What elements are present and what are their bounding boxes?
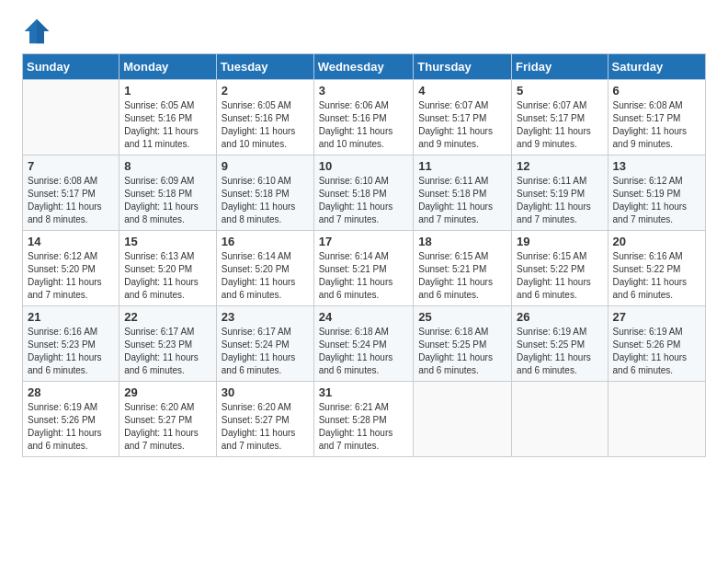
weekday-header-saturday: Saturday xyxy=(608,54,705,80)
weekday-header-tuesday: Tuesday xyxy=(216,54,313,80)
calendar-cell: 19Sunrise: 6:15 AMSunset: 5:22 PMDayligh… xyxy=(512,231,608,306)
day-number: 21 xyxy=(28,310,114,324)
day-number: 29 xyxy=(124,385,211,399)
day-number: 6 xyxy=(613,84,700,98)
calendar-cell: 9Sunrise: 6:10 AMSunset: 5:18 PMDaylight… xyxy=(216,155,313,231)
calendar-cell: 2Sunrise: 6:05 AMSunset: 5:16 PMDaylight… xyxy=(216,80,313,155)
calendar-table: SundayMondayTuesdayWednesdayThursdayFrid… xyxy=(22,53,706,457)
day-number: 11 xyxy=(418,159,506,173)
weekday-header-sunday: Sunday xyxy=(23,54,119,80)
calendar-cell: 17Sunrise: 6:14 AMSunset: 5:21 PMDayligh… xyxy=(313,231,414,306)
day-number: 18 xyxy=(418,235,506,248)
day-info: Sunrise: 6:15 AMSunset: 5:21 PMDaylight:… xyxy=(418,250,506,302)
day-number: 19 xyxy=(517,235,602,248)
day-info: Sunrise: 6:08 AMSunset: 5:17 PMDaylight:… xyxy=(613,99,700,151)
calendar-cell: 8Sunrise: 6:09 AMSunset: 5:18 PMDaylight… xyxy=(119,155,217,231)
calendar-cell: 3Sunrise: 6:06 AMSunset: 5:16 PMDaylight… xyxy=(313,80,414,155)
calendar-cell: 4Sunrise: 6:07 AMSunset: 5:17 PMDaylight… xyxy=(414,80,512,155)
calendar-cell: 29Sunrise: 6:20 AMSunset: 5:27 PMDayligh… xyxy=(119,382,217,457)
calendar-cell: 20Sunrise: 6:16 AMSunset: 5:22 PMDayligh… xyxy=(608,231,705,306)
day-info: Sunrise: 6:21 AMSunset: 5:28 PMDaylight:… xyxy=(319,401,409,453)
logo-icon xyxy=(22,17,51,46)
day-info: Sunrise: 6:16 AMSunset: 5:22 PMDaylight:… xyxy=(613,250,700,302)
calendar-week-row: 14Sunrise: 6:12 AMSunset: 5:20 PMDayligh… xyxy=(23,231,706,306)
weekday-header-wednesday: Wednesday xyxy=(313,54,414,80)
calendar-week-row: 1Sunrise: 6:05 AMSunset: 5:16 PMDaylight… xyxy=(23,80,706,155)
day-info: Sunrise: 6:20 AMSunset: 5:27 PMDaylight:… xyxy=(124,401,211,453)
calendar-cell: 24Sunrise: 6:18 AMSunset: 5:24 PMDayligh… xyxy=(313,306,414,382)
day-info: Sunrise: 6:05 AMSunset: 5:16 PMDaylight:… xyxy=(124,99,211,151)
logo xyxy=(22,17,55,46)
calendar-cell: 16Sunrise: 6:14 AMSunset: 5:20 PMDayligh… xyxy=(216,231,313,306)
calendar-cell: 21Sunrise: 6:16 AMSunset: 5:23 PMDayligh… xyxy=(23,306,119,382)
calendar-cell: 11Sunrise: 6:11 AMSunset: 5:18 PMDayligh… xyxy=(414,155,512,231)
weekday-header-friday: Friday xyxy=(512,54,608,80)
day-info: Sunrise: 6:19 AMSunset: 5:25 PMDaylight:… xyxy=(517,326,602,377)
day-number: 20 xyxy=(613,235,700,248)
calendar-week-row: 21Sunrise: 6:16 AMSunset: 5:23 PMDayligh… xyxy=(23,306,706,382)
day-number: 25 xyxy=(418,310,506,324)
day-number: 5 xyxy=(517,84,602,98)
calendar-week-row: 28Sunrise: 6:19 AMSunset: 5:26 PMDayligh… xyxy=(23,382,706,457)
day-info: Sunrise: 6:18 AMSunset: 5:25 PMDaylight:… xyxy=(418,326,506,377)
calendar-cell: 18Sunrise: 6:15 AMSunset: 5:21 PMDayligh… xyxy=(414,231,512,306)
calendar-cell: 14Sunrise: 6:12 AMSunset: 5:20 PMDayligh… xyxy=(23,231,119,306)
day-number: 1 xyxy=(124,84,211,98)
day-info: Sunrise: 6:17 AMSunset: 5:24 PMDaylight:… xyxy=(222,326,309,377)
calendar-cell: 5Sunrise: 6:07 AMSunset: 5:17 PMDaylight… xyxy=(512,80,608,155)
calendar-cell: 26Sunrise: 6:19 AMSunset: 5:25 PMDayligh… xyxy=(512,306,608,382)
day-number: 28 xyxy=(28,385,114,399)
weekday-header-thursday: Thursday xyxy=(414,54,512,80)
day-info: Sunrise: 6:18 AMSunset: 5:24 PMDaylight:… xyxy=(319,326,409,377)
calendar-cell: 25Sunrise: 6:18 AMSunset: 5:25 PMDayligh… xyxy=(414,306,512,382)
day-info: Sunrise: 6:17 AMSunset: 5:23 PMDaylight:… xyxy=(124,326,211,377)
day-info: Sunrise: 6:09 AMSunset: 5:18 PMDaylight:… xyxy=(124,175,211,226)
day-number: 12 xyxy=(517,159,602,173)
day-info: Sunrise: 6:19 AMSunset: 5:26 PMDaylight:… xyxy=(613,326,700,377)
day-number: 16 xyxy=(222,235,309,248)
day-number: 9 xyxy=(222,159,309,173)
calendar-cell xyxy=(414,382,512,457)
day-number: 15 xyxy=(124,235,211,248)
calendar-cell: 23Sunrise: 6:17 AMSunset: 5:24 PMDayligh… xyxy=(216,306,313,382)
calendar-cell: 12Sunrise: 6:11 AMSunset: 5:19 PMDayligh… xyxy=(512,155,608,231)
day-number: 31 xyxy=(319,385,409,399)
day-number: 30 xyxy=(222,385,309,399)
calendar-cell xyxy=(512,382,608,457)
calendar-cell: 22Sunrise: 6:17 AMSunset: 5:23 PMDayligh… xyxy=(119,306,217,382)
day-info: Sunrise: 6:10 AMSunset: 5:18 PMDaylight:… xyxy=(319,175,409,226)
day-number: 14 xyxy=(28,235,114,248)
day-info: Sunrise: 6:13 AMSunset: 5:20 PMDaylight:… xyxy=(124,250,211,302)
day-info: Sunrise: 6:16 AMSunset: 5:23 PMDaylight:… xyxy=(28,326,114,377)
day-info: Sunrise: 6:19 AMSunset: 5:26 PMDaylight:… xyxy=(28,401,114,453)
day-number: 26 xyxy=(517,310,602,324)
day-number: 2 xyxy=(222,84,309,98)
day-info: Sunrise: 6:12 AMSunset: 5:20 PMDaylight:… xyxy=(28,250,114,302)
calendar-cell xyxy=(23,80,119,155)
calendar-cell: 13Sunrise: 6:12 AMSunset: 5:19 PMDayligh… xyxy=(608,155,705,231)
calendar-cell: 6Sunrise: 6:08 AMSunset: 5:17 PMDaylight… xyxy=(608,80,705,155)
calendar-cell xyxy=(608,382,705,457)
svg-marker-1 xyxy=(37,19,49,44)
weekday-header-monday: Monday xyxy=(119,54,217,80)
day-number: 27 xyxy=(613,310,700,324)
day-info: Sunrise: 6:14 AMSunset: 5:21 PMDaylight:… xyxy=(319,250,409,302)
day-number: 10 xyxy=(319,159,409,173)
calendar-cell: 7Sunrise: 6:08 AMSunset: 5:17 PMDaylight… xyxy=(23,155,119,231)
day-number: 4 xyxy=(418,84,506,98)
calendar-week-row: 7Sunrise: 6:08 AMSunset: 5:17 PMDaylight… xyxy=(23,155,706,231)
day-number: 23 xyxy=(222,310,309,324)
day-info: Sunrise: 6:07 AMSunset: 5:17 PMDaylight:… xyxy=(418,99,506,151)
day-number: 8 xyxy=(124,159,211,173)
day-number: 22 xyxy=(124,310,211,324)
day-info: Sunrise: 6:05 AMSunset: 5:16 PMDaylight:… xyxy=(222,99,309,151)
day-number: 17 xyxy=(319,235,409,248)
calendar-cell: 15Sunrise: 6:13 AMSunset: 5:20 PMDayligh… xyxy=(119,231,217,306)
day-info: Sunrise: 6:12 AMSunset: 5:19 PMDaylight:… xyxy=(613,175,700,226)
calendar-cell: 27Sunrise: 6:19 AMSunset: 5:26 PMDayligh… xyxy=(608,306,705,382)
day-info: Sunrise: 6:07 AMSunset: 5:17 PMDaylight:… xyxy=(517,99,602,151)
day-number: 13 xyxy=(613,159,700,173)
day-info: Sunrise: 6:14 AMSunset: 5:20 PMDaylight:… xyxy=(222,250,309,302)
day-info: Sunrise: 6:11 AMSunset: 5:19 PMDaylight:… xyxy=(517,175,602,226)
day-info: Sunrise: 6:08 AMSunset: 5:17 PMDaylight:… xyxy=(28,175,114,226)
